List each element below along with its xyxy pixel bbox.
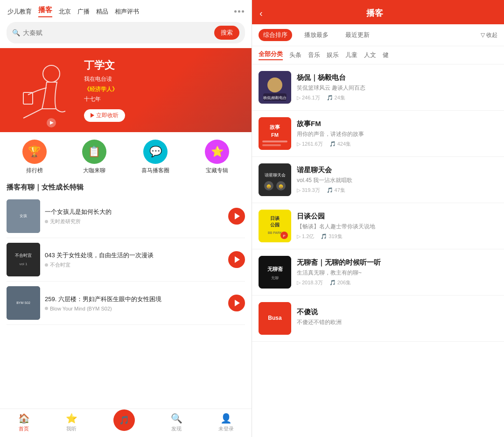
more-dots[interactable]: [234, 10, 244, 13]
svg-text:FM: FM: [271, 132, 279, 138]
svg-text:故事: 故事: [270, 124, 280, 130]
svg-text:😄: 😄: [266, 184, 271, 189]
source-dot-2: [45, 307, 48, 310]
svg-rect-19: [262, 144, 281, 146]
source-dot-0: [45, 220, 48, 223]
podcast-desc-1: 用你的声音，讲述你的故事: [297, 130, 497, 138]
podcast-thumb-4: 无聊斋 无聊: [259, 256, 291, 289]
right-title: 播客: [270, 7, 480, 19]
episode-count-2: 🎵 47集: [327, 187, 345, 194]
svg-rect-20: [259, 163, 291, 196]
cat-children[interactable]: 儿童: [345, 51, 357, 59]
listen-label: 我听: [66, 425, 77, 432]
episode-thumb-2: BYM S02: [7, 286, 40, 320]
episode-count-0: 🎵 24集: [327, 94, 345, 101]
search-input[interactable]: [23, 29, 214, 36]
cat-health[interactable]: 健: [383, 51, 389, 59]
podcast-item-0[interactable]: 杨侃|杨毅电台 杨侃｜杨毅电台 笑侃篮球风云 趣谈人间百态 ▷ 246.1万 🎵…: [252, 64, 504, 111]
category-tabs: 全部分类 头条 音乐 娱乐 儿童 人文 健: [252, 46, 504, 64]
podcast-item-2[interactable]: 谐星聊天会 😄 😄 谐星聊天会 vol.45 我一沾水就唱歌 ▷ 319.3万: [252, 157, 504, 203]
nav-center[interactable]: 🎵: [113, 414, 135, 431]
podcast-thumb-1: 故事 FM: [259, 117, 291, 150]
episode-thumb-1: 不合时宜 vol 1: [7, 243, 40, 276]
svg-point-12: [267, 78, 282, 92]
top-nav: 少儿教育 播客 北京 广播 精品 相声评书: [0, 0, 252, 17]
nav-discover[interactable]: 🔍 发现: [171, 413, 182, 432]
icon-daka[interactable]: 📋 大咖来聊: [82, 140, 106, 175]
podcast-info-5: 不傻说 不傻还不错的欧洲: [297, 308, 497, 329]
nav-item-premium[interactable]: 精品: [96, 7, 108, 16]
cat-entertainment[interactable]: 娱乐: [327, 51, 339, 59]
svg-rect-6: [7, 243, 40, 276]
nav-item-crosstalk[interactable]: 相声评书: [115, 7, 139, 16]
icon-treasure[interactable]: ⭐ 宝藏专辑: [205, 140, 229, 175]
nav-listen[interactable]: ⭐ 我听: [66, 413, 77, 432]
podcast-info-0: 杨侃｜杨毅电台 笑侃篮球风云 趣谈人间百态 ▷ 246.1万 🎵 24集: [297, 73, 497, 102]
search-bar: 🔍 搜索: [7, 22, 245, 43]
center-button[interactable]: 🎵: [113, 409, 135, 431]
podcast-name-4: 无聊斋｜无聊的时候听一听: [297, 258, 497, 267]
treasure-label: 宝藏专辑: [206, 167, 228, 175]
svg-rect-18: [262, 141, 287, 142]
filter-tab-recent[interactable]: 最近更新: [341, 29, 374, 41]
play-count-3: ▷ 1.2亿: [297, 233, 314, 240]
episode-item-0: 女孩 一个女孩儿是如何长大的 无时差研究所: [7, 195, 245, 238]
banner-author: 丁学文: [84, 58, 125, 72]
nav-item-podcast-active[interactable]: 播客: [38, 6, 52, 17]
svg-text:女孩: 女孩: [20, 214, 27, 218]
episode-title-1: 043 关于女性处境，自由生活的一次漫谈: [45, 251, 224, 260]
podcast-item-5[interactable]: Busa 不傻说 不傻还不错的欧洲: [252, 296, 504, 342]
icon-ranking[interactable]: 🏆 排行榜: [22, 140, 47, 175]
podcast-item-3[interactable]: 日谈 公园 BB PARK P 日谈公园 【畅谈】名人趣士带你谈天说地 ▷ 1.…: [252, 203, 504, 249]
nav-profile[interactable]: 👤 未登录: [218, 413, 234, 432]
podcast-name-3: 日谈公园: [297, 212, 497, 221]
svg-text:无聊: 无聊: [271, 276, 279, 280]
icon-circle[interactable]: 💬 喜马播客圈: [141, 140, 169, 175]
back-button[interactable]: ‹: [259, 8, 263, 19]
nav-item-beijing[interactable]: 北京: [59, 7, 71, 16]
filter-collapse-btn[interactable]: ▽ 收起: [481, 31, 497, 39]
circle-label: 喜马播客圈: [141, 167, 169, 175]
episode-play-btn-2[interactable]: [228, 295, 245, 311]
episode-count-1: 🎵 424集: [329, 141, 351, 148]
banner-content: 丁学文 我在电台读 《经济学人》 十七年 立即收听: [84, 58, 125, 122]
daka-icon: 📋: [82, 140, 106, 164]
search-button[interactable]: 搜索: [214, 26, 239, 40]
nav-item-broadcast[interactable]: 广播: [77, 7, 90, 16]
podcast-thumb-3: 日谈 公园 BB PARK P: [259, 210, 291, 242]
podcast-item-1[interactable]: 故事 FM 故事FM 用你的声音，讲述你的故事 ▷ 1261.6万 🎵 42: [252, 111, 504, 157]
filter-tab-plays[interactable]: 播放最多: [300, 29, 333, 41]
episode-count-3: 🎵 319集: [321, 233, 342, 240]
filter-tab-comprehensive[interactable]: 综合排序: [259, 29, 292, 41]
play-tri-icon-0: [235, 213, 240, 219]
episode-play-btn-1[interactable]: [228, 251, 245, 268]
listen-icon: ⭐: [66, 413, 77, 424]
cat-all[interactable]: 全部分类: [259, 50, 283, 60]
play-count-2: ▷ 319.3万: [297, 187, 320, 194]
svg-text:无聊斋: 无聊斋: [267, 266, 283, 272]
cat-music[interactable]: 音乐: [308, 51, 320, 59]
podcast-stats-0: ▷ 246.1万 🎵 24集: [297, 94, 497, 101]
podcast-name-1: 故事FM: [297, 120, 497, 128]
cat-humanities[interactable]: 人文: [364, 51, 376, 59]
cat-toutiao[interactable]: 头条: [289, 51, 301, 59]
listen-button[interactable]: 立即收听: [84, 109, 125, 122]
play-tri-icon-1: [235, 256, 240, 263]
svg-text:谐星聊天会: 谐星聊天会: [265, 173, 286, 177]
episode-source-1: 不合时宜: [45, 261, 224, 268]
podcast-stats-3: ▷ 1.2亿 🎵 319集: [297, 233, 497, 240]
banner-figure: [5, 57, 79, 132]
nav-home[interactable]: 🏠 首页: [18, 413, 30, 432]
svg-rect-1: [23, 92, 33, 104]
bottom-nav: 🏠 首页 ⭐ 我听 🎵 🔍 发现 👤 未登录: [0, 409, 252, 437]
podcast-desc-0: 笑侃篮球风云 趣谈人间百态: [297, 84, 497, 92]
episode-play-btn-0[interactable]: [228, 208, 245, 225]
right-panel: ‹ 播客 综合排序 播放最多 最近更新 ▽ 收起 全部分类 头条 音乐 娱乐 儿…: [252, 0, 504, 437]
nav-item-children[interactable]: 少儿教育: [7, 7, 32, 16]
episode-title-2: 259. 六层楼：男妇产科医生眼中的女性困境: [45, 295, 224, 304]
play-count-1: ▷ 1261.6万: [297, 141, 323, 148]
svg-text:日谈: 日谈: [270, 216, 280, 221]
play-triangle-icon: [91, 113, 94, 118]
podcast-stats-4: ▷ 2018.3万 🎵 206集: [297, 279, 497, 286]
podcast-item-4[interactable]: 无聊斋 无聊 无聊斋｜无聊的时候听一听 生活真无聊，教主有的聊~ ▷ 2018.…: [252, 249, 504, 296]
